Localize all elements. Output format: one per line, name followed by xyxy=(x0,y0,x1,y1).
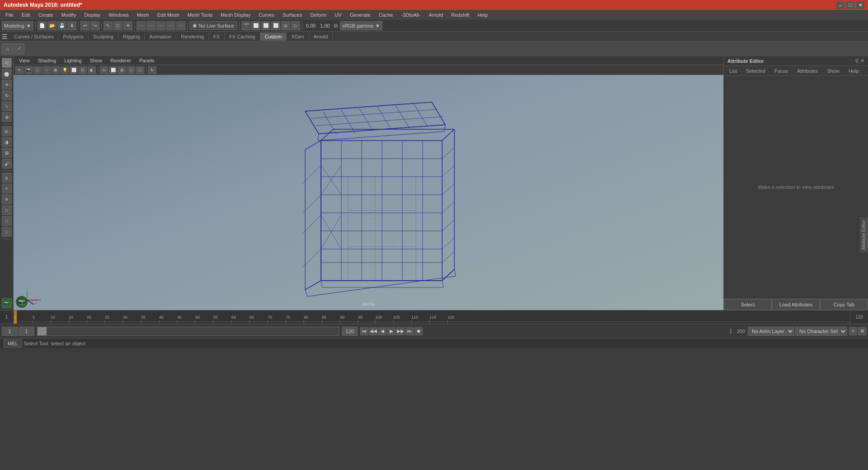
attr-tab-selected[interactable]: Selected xyxy=(742,67,769,75)
attr-tab-show[interactable]: Show xyxy=(823,67,843,75)
record-btn[interactable]: ⏺ xyxy=(415,327,423,335)
menu-redshift[interactable]: Redshift xyxy=(448,11,473,19)
vp-wireframe-btn[interactable]: ⬡ xyxy=(33,66,42,74)
anim-layer-dropdown[interactable]: No Anim Layer xyxy=(748,327,794,336)
viewport-menu-renderer[interactable]: Renderer xyxy=(107,57,135,64)
attr-tab-help[interactable]: Help xyxy=(845,67,863,75)
lasso-btn[interactable]: ⬡ xyxy=(113,21,123,30)
gamma-dropdown[interactable]: sRGB gamma ▼ xyxy=(340,21,382,30)
shelf-tab-polygons[interactable]: Polygons xyxy=(58,33,88,41)
vp-smooth-btn[interactable]: ○ xyxy=(42,66,51,74)
vp-res2-btn[interactable]: ⬡ xyxy=(136,66,144,74)
render6-btn[interactable]: ▷ xyxy=(291,21,300,30)
vp-res1-btn[interactable]: ⬡ xyxy=(127,66,135,74)
char-set-add-btn[interactable]: + xyxy=(849,327,857,335)
snap4-btn[interactable]: ⋯ xyxy=(166,21,175,30)
character-set-dropdown[interactable]: No Character Set xyxy=(795,327,847,336)
show-manip-tool[interactable]: ⊞ xyxy=(2,148,12,158)
select-tool[interactable]: ↖ xyxy=(2,58,12,68)
paint-select-tool[interactable]: ⬤ xyxy=(2,69,12,79)
shelf-tab-curves[interactable]: Curves / Surfaces xyxy=(9,33,58,41)
select-tool-btn[interactable]: ↖ xyxy=(104,21,113,30)
shelf-tab-rendering[interactable]: Rendering xyxy=(176,33,209,41)
undo-btn[interactable]: ↩ xyxy=(80,21,90,30)
vp-show-btn[interactable]: ⊞ xyxy=(118,66,126,74)
char-set-settings-btn[interactable]: ⚙ xyxy=(858,327,866,335)
move-btn[interactable]: ✛ xyxy=(123,21,132,30)
attr-tab-list[interactable]: List xyxy=(726,67,741,75)
timeline-range-slider[interactable] xyxy=(37,327,339,336)
attr-float-btn[interactable]: ⎗ xyxy=(855,58,859,64)
scale-tool[interactable]: ⤡ xyxy=(2,101,12,111)
attr-close-btn[interactable]: ✕ xyxy=(860,58,864,64)
copy-tab-button[interactable]: Copy Tab xyxy=(820,299,868,310)
hypershade-btn[interactable]: ⬡ xyxy=(2,227,12,237)
snap5-btn[interactable]: ⋯ xyxy=(176,21,185,30)
mode-dropdown[interactable]: Modeling ▼ xyxy=(2,21,33,30)
menu-curves[interactable]: Curves xyxy=(255,11,278,19)
viewport-menu-view[interactable]: View xyxy=(15,57,33,64)
render4-btn[interactable]: ⬜ xyxy=(271,21,280,30)
soft-mod-tool[interactable]: ◎ xyxy=(2,126,12,136)
menu-cache[interactable]: Cache xyxy=(375,11,397,19)
shelf-tab-custom[interactable]: Custom xyxy=(260,33,287,41)
menu-surfaces[interactable]: Surfaces xyxy=(279,11,306,19)
new-file-btn[interactable]: 📄 xyxy=(38,21,47,30)
render5-btn[interactable]: ◎ xyxy=(281,21,290,30)
open-btn[interactable]: 📂 xyxy=(47,21,57,30)
import-btn[interactable]: ⬇ xyxy=(67,21,76,30)
go-to-start-btn[interactable]: ⏮ xyxy=(360,327,368,335)
vp-light-btn[interactable]: 💡 xyxy=(61,66,69,74)
timeline-ruler[interactable]: 1 5 10 15 20 25 30 35 40 45 50 55 60 65 … xyxy=(14,310,850,324)
shelf-tab-fxcaching[interactable]: FX Caching xyxy=(225,33,260,41)
maximize-btn[interactable]: □ xyxy=(846,1,854,9)
menu-arnold[interactable]: Arnold xyxy=(425,11,447,19)
camera-icon-btn[interactable]: 📷 xyxy=(16,296,28,308)
menu-uv[interactable]: UV xyxy=(331,11,345,19)
snap3-btn[interactable]: ⋯ xyxy=(156,21,165,30)
snap-btn[interactable]: ⋯ xyxy=(137,21,146,30)
attr-tab-focus[interactable]: Focus xyxy=(771,67,792,75)
select-button[interactable]: Select xyxy=(724,299,772,310)
menu-edit-mesh[interactable]: Edit Mesh xyxy=(154,11,183,19)
vp-hide-btn[interactable]: ⬜ xyxy=(109,66,117,74)
vp-grid-btn[interactable]: ⊞ xyxy=(52,66,60,74)
vp-x-btn[interactable]: ⊡ xyxy=(79,66,87,74)
viewport-menu-lighting[interactable]: Lighting xyxy=(61,57,85,64)
render-btn[interactable]: 🎬 xyxy=(241,21,250,30)
vp-color-btn[interactable]: ⬜ xyxy=(70,66,78,74)
current-frame-input[interactable] xyxy=(19,327,34,336)
menu-mesh[interactable]: Mesh xyxy=(133,11,153,19)
menu-edit[interactable]: Edit xyxy=(18,11,34,19)
save-btn[interactable]: 💾 xyxy=(57,21,66,30)
live-surface-btn[interactable]: ◉ No Live Surface xyxy=(189,21,237,30)
menu-deform[interactable]: Deform xyxy=(307,11,330,19)
render2-btn[interactable]: ⬜ xyxy=(251,21,260,30)
vp-select-btn[interactable]: ↖ xyxy=(15,66,24,74)
menu-mesh-display[interactable]: Mesh Display xyxy=(217,11,254,19)
shelf-tab-fx[interactable]: FX xyxy=(209,33,225,41)
shelf-tab-arnold[interactable]: Arnold xyxy=(309,33,333,41)
camera-btn[interactable]: 📷 xyxy=(2,298,12,308)
redo-btn[interactable]: ↪ xyxy=(90,21,99,30)
render3-btn[interactable]: ⬜ xyxy=(261,21,270,30)
minimize-btn[interactable]: – xyxy=(836,1,844,9)
viewport-menu-shading[interactable]: Shading xyxy=(34,57,60,64)
menu-3dtoall[interactable]: -3DtoAll- xyxy=(397,11,424,19)
range-end-input[interactable] xyxy=(342,327,358,336)
step-back-btn[interactable]: ◀◀ xyxy=(369,327,377,335)
play-back-btn[interactable]: ◀ xyxy=(378,327,387,335)
render-view-btn[interactable]: ⬡ xyxy=(2,205,12,215)
display-layer-btn[interactable]: ≡ xyxy=(2,183,12,193)
range-thumb[interactable] xyxy=(38,327,47,335)
load-attributes-button[interactable]: Load Attributes xyxy=(772,299,820,310)
vp-refresh-btn[interactable]: ↻ xyxy=(148,66,156,74)
attr-tab-attributes[interactable]: Attributes xyxy=(793,67,821,75)
viewport-menu-show[interactable]: Show xyxy=(86,57,106,64)
universal-manip-tool[interactable]: ⊕ xyxy=(2,112,12,122)
attr-panel-header-controls[interactable]: ⎗ ✕ xyxy=(855,58,864,64)
menu-mesh-tools[interactable]: Mesh Tools xyxy=(184,11,216,19)
snap-to-grid-btn[interactable]: ||| xyxy=(2,173,12,183)
vp-isolate-btn[interactable]: ⊙ xyxy=(100,66,108,74)
3d-viewport[interactable]: Y X Z persp 📷 xyxy=(14,75,723,310)
